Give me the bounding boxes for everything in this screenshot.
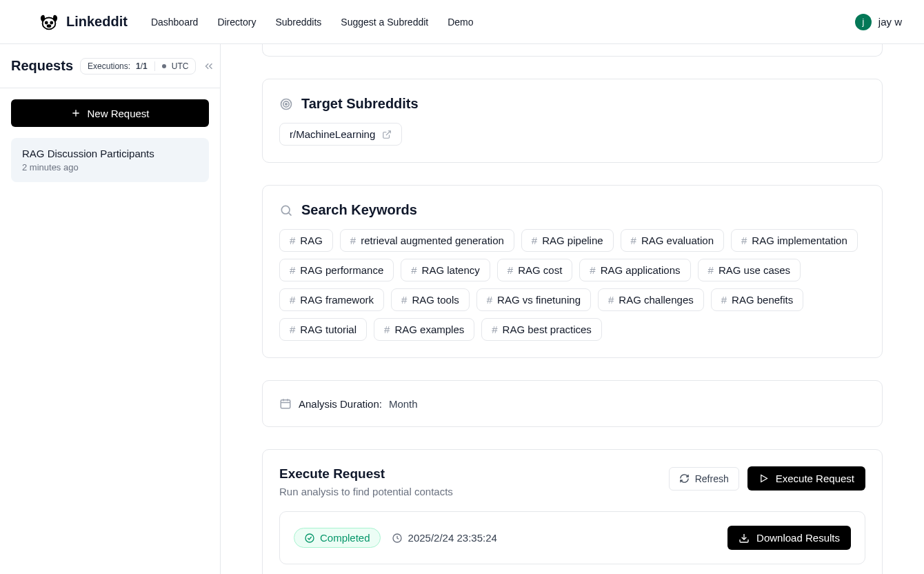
divider — [154, 61, 155, 71]
keyword-label: RAG implementation — [752, 235, 847, 246]
hash-icon: # — [631, 235, 636, 246]
hash-icon: # — [721, 294, 727, 306]
clock-icon — [392, 533, 403, 544]
keyword-chip[interactable]: #retrieval augmented generation — [340, 229, 514, 252]
keyword-label: RAG performance — [300, 264, 383, 276]
svg-point-7 — [281, 206, 290, 214]
result-timestamp: 2025/2/24 23:35:24 — [392, 532, 497, 544]
keyword-label: retrieval augmented generation — [361, 235, 504, 246]
main-nav: Dashboard Directory Subreddits Suggest a… — [151, 17, 474, 28]
keyword-label: RAG tools — [412, 294, 459, 306]
refresh-icon — [679, 473, 690, 484]
hash-icon: # — [487, 294, 492, 306]
hash-icon: # — [290, 294, 295, 306]
subreddit-chip[interactable]: r/MachineLearning — [279, 123, 402, 146]
keyword-chip[interactable]: #RAG benefits — [711, 288, 804, 311]
keyword-label: RAG best practices — [503, 324, 592, 335]
executions-count: 1/1 — [136, 61, 148, 71]
result-card: Completed 2025/2/24 23:35:24 Download Re… — [279, 511, 865, 564]
keyword-label: RAG vs finetuning — [497, 294, 581, 306]
collapse-sidebar-button[interactable] — [203, 60, 215, 72]
keyword-label: RAG challenges — [619, 294, 693, 306]
hash-icon: # — [508, 264, 513, 276]
keyword-label: RAG evaluation — [641, 235, 714, 246]
executions-pill[interactable]: Executions: 1/1 UTC — [80, 58, 196, 75]
download-results-button[interactable]: Download Results — [727, 526, 851, 550]
status-pill: Completed — [294, 528, 381, 548]
dot-icon — [162, 64, 166, 68]
keyword-chip[interactable]: #RAG applications — [579, 259, 690, 281]
analysis-duration-card: Analysis Duration: Month — [262, 380, 883, 427]
keyword-label: RAG framework — [300, 294, 374, 306]
play-icon — [759, 473, 769, 484]
brand[interactable]: Linkeddit — [39, 12, 128, 32]
svg-point-9 — [305, 534, 314, 542]
sidebar-head: Requests Executions: 1/1 UTC — [0, 44, 220, 88]
nav-suggest[interactable]: Suggest a Subreddit — [341, 17, 428, 28]
keyword-chip[interactable]: #RAG latency — [401, 259, 490, 281]
sidebar-title: Requests — [11, 58, 73, 74]
request-item-title: RAG Discussion Participants — [22, 148, 198, 159]
refresh-button[interactable]: Refresh — [669, 467, 739, 491]
keyword-chip[interactable]: #RAG vs finetuning — [476, 288, 591, 311]
hash-icon: # — [384, 324, 390, 335]
keyword-chip[interactable]: #RAG evaluation — [621, 229, 724, 252]
user-menu[interactable]: j jay w — [855, 14, 902, 30]
new-request-button[interactable]: New Request — [11, 99, 209, 127]
keyword-label: RAG applications — [601, 264, 681, 276]
plus-icon — [70, 108, 81, 119]
request-item[interactable]: RAG Discussion Participants 2 minutes ag… — [11, 138, 209, 182]
nav-subreddits[interactable]: Subreddits — [275, 17, 321, 28]
executions-label: Executions: — [88, 61, 130, 71]
new-request-label: New Request — [87, 108, 149, 119]
hash-icon: # — [532, 235, 537, 246]
keyword-chip[interactable]: #RAG pipeline — [521, 229, 614, 252]
execute-request-label: Execute Request — [776, 473, 854, 484]
avatar: j — [855, 14, 872, 30]
hash-icon: # — [401, 294, 407, 306]
keyword-label: RAG examples — [394, 324, 464, 335]
keyword-chip[interactable]: #RAG — [279, 229, 333, 252]
keyword-label: RAG benefits — [732, 294, 793, 306]
keyword-chip[interactable]: #RAG framework — [279, 288, 384, 311]
keyword-chip[interactable]: #RAG best practices — [481, 318, 602, 341]
search-keywords-card: Search Keywords #RAG#retrieval augmented… — [262, 185, 883, 358]
keyword-chip[interactable]: #RAG tools — [391, 288, 470, 311]
execute-request-card: Execute Request Run analysis to find pot… — [262, 449, 883, 574]
nav-demo[interactable]: Demo — [448, 17, 473, 28]
keyword-chip[interactable]: #RAG cost — [497, 259, 573, 281]
execute-request-button[interactable]: Execute Request — [747, 466, 865, 491]
hash-icon: # — [350, 235, 356, 246]
keyword-chip[interactable]: #RAG examples — [374, 318, 474, 341]
nav-dashboard[interactable]: Dashboard — [151, 17, 199, 28]
download-icon — [739, 533, 750, 544]
hash-icon: # — [590, 264, 595, 276]
hash-icon: # — [290, 324, 295, 335]
hash-icon: # — [290, 264, 295, 276]
download-label: Download Results — [756, 532, 840, 544]
chevron-double-left-icon — [203, 60, 215, 72]
keyword-chip[interactable]: #RAG use cases — [698, 259, 801, 281]
target-subreddits-card: Target Subreddits r/MachineLearning — [262, 79, 883, 163]
target-subreddits-title: Target Subreddits — [301, 96, 419, 112]
svg-point-1 — [46, 21, 48, 23]
timezone-label: UTC — [172, 61, 189, 71]
calendar-icon — [279, 397, 292, 410]
keyword-chip[interactable]: #RAG tutorial — [279, 318, 367, 341]
hash-icon: # — [608, 294, 614, 306]
nav-directory[interactable]: Directory — [217, 17, 256, 28]
keyword-label: RAG tutorial — [300, 324, 356, 335]
svg-point-6 — [285, 103, 288, 105]
timestamp-value: 2025/2/24 23:35:24 — [408, 532, 497, 544]
refresh-label: Refresh — [695, 473, 729, 484]
keyword-chip[interactable]: #RAG challenges — [598, 288, 704, 311]
keyword-chip[interactable]: #RAG performance — [279, 259, 394, 281]
hash-icon: # — [708, 264, 714, 276]
keyword-chip[interactable]: #RAG implementation — [731, 229, 858, 252]
svg-point-2 — [50, 21, 52, 23]
keyword-label: RAG — [300, 235, 323, 246]
main-content[interactable]: Target Subreddits r/MachineLearning Sear… — [221, 44, 924, 574]
hash-icon: # — [411, 264, 416, 276]
execute-subtitle: Run analysis to find potential contacts — [279, 486, 453, 497]
keyword-label: RAG pipeline — [542, 235, 603, 246]
